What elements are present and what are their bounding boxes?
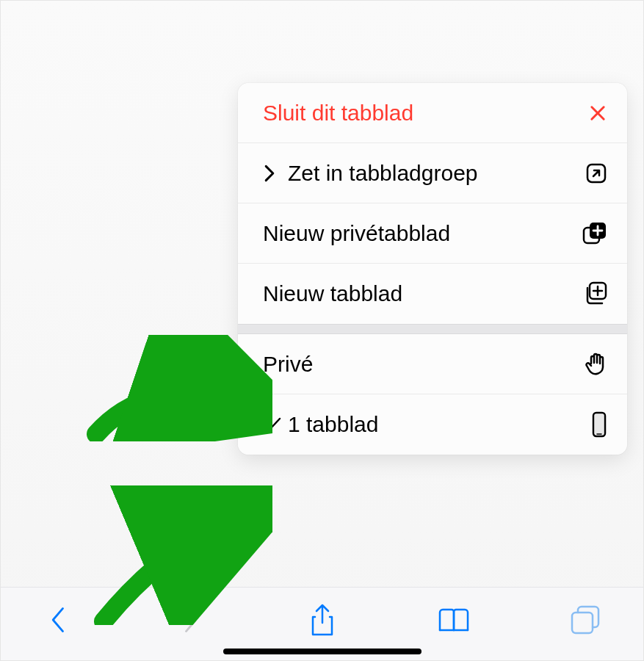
- one-tab-group-menu-item[interactable]: 1 tabblad: [238, 394, 627, 455]
- private-tab-group-label: Privé: [263, 352, 576, 377]
- share-button[interactable]: [303, 600, 342, 640]
- new-tab-menu-item[interactable]: Nieuw tabblad: [238, 264, 627, 324]
- tabs-context-menu: Sluit dit tabblad Zet in tabbladgroep Ni…: [238, 83, 627, 455]
- forward-button[interactable]: [170, 600, 210, 640]
- chevron-right-icon: [263, 165, 283, 182]
- home-indicator: [223, 649, 422, 654]
- tabs-button[interactable]: [565, 600, 605, 640]
- plus-square-fill-on-square-icon: [576, 220, 608, 247]
- bookmarks-button[interactable]: [434, 600, 474, 640]
- new-private-tab-menu-item[interactable]: Nieuw privétabblad: [238, 203, 627, 264]
- new-private-tab-label: Nieuw privétabblad: [263, 221, 576, 246]
- move-to-tab-group-menu-item[interactable]: Zet in tabbladgroep: [238, 143, 627, 203]
- svg-rect-7: [572, 613, 593, 633]
- private-tab-group-menu-item[interactable]: Privé: [238, 334, 627, 394]
- close-icon: [576, 103, 608, 123]
- menu-section-divider: [238, 324, 627, 334]
- checkmark-icon: [263, 416, 283, 433]
- iphone-icon: [576, 411, 608, 438]
- plus-square-on-square-icon: [576, 281, 608, 307]
- svg-rect-5: [595, 414, 604, 435]
- open-in-new-icon: [576, 162, 608, 185]
- close-tab-menu-item[interactable]: Sluit dit tabblad: [238, 83, 627, 143]
- move-to-tab-group-label: Zet in tabbladgroep: [288, 161, 576, 186]
- back-button[interactable]: [39, 600, 79, 640]
- new-tab-label: Nieuw tabblad: [263, 281, 576, 306]
- close-tab-label: Sluit dit tabblad: [263, 101, 576, 126]
- hand-raised-icon: [576, 351, 608, 378]
- one-tab-group-label: 1 tabblad: [288, 412, 576, 437]
